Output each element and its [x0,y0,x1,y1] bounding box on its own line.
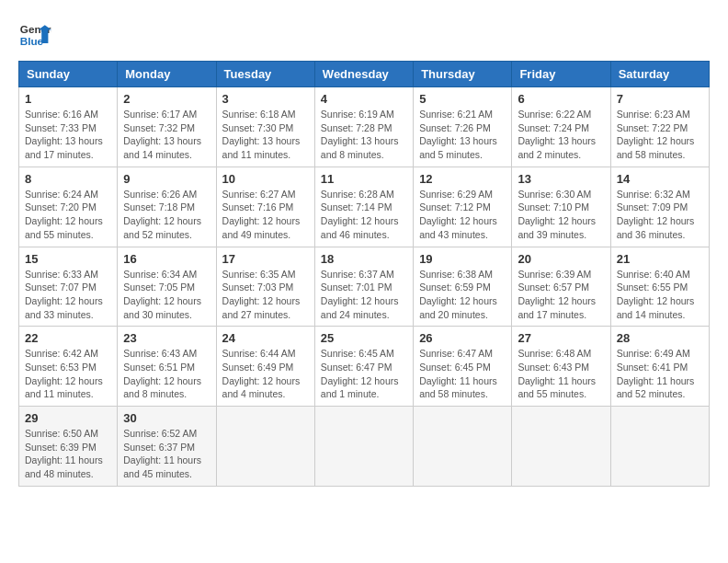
header: General Blue [18,18,710,52]
day-number: 26 [419,331,506,345]
day-info: Sunrise: 6:30 AMSunset: 7:10 PMDaylight:… [518,188,604,242]
day-info: Sunrise: 6:45 AMSunset: 6:47 PMDaylight:… [321,347,407,401]
day-info: Sunrise: 6:23 AMSunset: 7:22 PMDaylight:… [617,108,703,162]
day-info: Sunrise: 6:44 AMSunset: 6:49 PMDaylight:… [222,347,309,401]
day-info: Sunrise: 6:32 AMSunset: 7:09 PMDaylight:… [617,188,703,242]
day-number: 30 [123,411,210,425]
calendar-cell: 10Sunrise: 6:27 AMSunset: 7:16 PMDayligh… [216,167,314,247]
day-number: 29 [25,411,111,425]
day-info: Sunrise: 6:42 AMSunset: 6:53 PMDaylight:… [25,347,111,401]
day-info: Sunrise: 6:43 AMSunset: 6:51 PMDaylight:… [123,347,210,401]
calendar-cell: 24Sunrise: 6:44 AMSunset: 6:49 PMDayligh… [216,327,314,407]
day-info: Sunrise: 6:40 AMSunset: 6:55 PMDaylight:… [617,268,703,322]
calendar-week-4: 22Sunrise: 6:42 AMSunset: 6:53 PMDayligh… [19,327,710,407]
calendar-cell: 30Sunrise: 6:52 AMSunset: 6:37 PMDayligh… [118,407,216,487]
calendar-cell: 7Sunrise: 6:23 AMSunset: 7:22 PMDaylight… [610,87,709,167]
day-info: Sunrise: 6:48 AMSunset: 6:43 PMDaylight:… [518,347,604,401]
day-info: Sunrise: 6:37 AMSunset: 7:01 PMDaylight:… [321,268,407,322]
day-info: Sunrise: 6:38 AMSunset: 6:59 PMDaylight:… [419,268,506,322]
calendar-cell [314,407,413,487]
calendar-cell: 23Sunrise: 6:43 AMSunset: 6:51 PMDayligh… [118,327,216,407]
day-info: Sunrise: 6:33 AMSunset: 7:07 PMDaylight:… [25,268,111,322]
day-number: 14 [617,172,703,186]
calendar-cell [610,407,709,487]
day-number: 19 [419,252,506,266]
day-number: 2 [123,92,210,106]
day-info: Sunrise: 6:39 AMSunset: 6:57 PMDaylight:… [518,268,604,322]
day-number: 24 [222,331,309,345]
day-number: 9 [123,172,210,186]
calendar-cell: 26Sunrise: 6:47 AMSunset: 6:45 PMDayligh… [414,327,512,407]
calendar-cell: 15Sunrise: 6:33 AMSunset: 7:07 PMDayligh… [19,247,118,327]
calendar-cell: 6Sunrise: 6:22 AMSunset: 7:24 PMDaylight… [512,87,610,167]
day-info: Sunrise: 6:34 AMSunset: 7:05 PMDaylight:… [123,268,210,322]
weekday-header-monday: Monday [118,62,216,87]
day-number: 11 [321,172,407,186]
day-info: Sunrise: 6:49 AMSunset: 6:41 PMDaylight:… [617,347,703,401]
weekday-header-saturday: Saturday [610,62,709,87]
calendar: SundayMondayTuesdayWednesdayThursdayFrid… [18,61,710,487]
calendar-week-1: 1Sunrise: 6:16 AMSunset: 7:33 PMDaylight… [19,87,710,167]
calendar-cell [216,407,314,487]
weekday-header-friday: Friday [512,62,610,87]
day-number: 8 [25,172,111,186]
day-number: 28 [617,331,703,345]
calendar-cell: 11Sunrise: 6:28 AMSunset: 7:14 PMDayligh… [314,167,413,247]
day-number: 25 [321,331,407,345]
calendar-cell: 5Sunrise: 6:21 AMSunset: 7:26 PMDaylight… [414,87,512,167]
calendar-cell: 12Sunrise: 6:29 AMSunset: 7:12 PMDayligh… [414,167,512,247]
day-number: 13 [518,172,604,186]
calendar-cell: 20Sunrise: 6:39 AMSunset: 6:57 PMDayligh… [512,247,610,327]
day-info: Sunrise: 6:24 AMSunset: 7:20 PMDaylight:… [25,188,111,242]
calendar-cell: 4Sunrise: 6:19 AMSunset: 7:28 PMDaylight… [314,87,413,167]
day-info: Sunrise: 6:22 AMSunset: 7:24 PMDaylight:… [518,108,604,162]
calendar-week-2: 8Sunrise: 6:24 AMSunset: 7:20 PMDaylight… [19,167,710,247]
calendar-cell: 2Sunrise: 6:17 AMSunset: 7:32 PMDaylight… [118,87,216,167]
weekday-header-sunday: Sunday [19,62,118,87]
day-info: Sunrise: 6:28 AMSunset: 7:14 PMDaylight:… [321,188,407,242]
day-number: 12 [419,172,506,186]
day-number: 16 [123,252,210,266]
calendar-cell: 13Sunrise: 6:30 AMSunset: 7:10 PMDayligh… [512,167,610,247]
day-number: 10 [222,172,309,186]
calendar-cell [512,407,610,487]
day-info: Sunrise: 6:35 AMSunset: 7:03 PMDaylight:… [222,268,309,322]
calendar-cell: 22Sunrise: 6:42 AMSunset: 6:53 PMDayligh… [19,327,118,407]
calendar-cell: 17Sunrise: 6:35 AMSunset: 7:03 PMDayligh… [216,247,314,327]
day-number: 18 [321,252,407,266]
calendar-cell: 9Sunrise: 6:26 AMSunset: 7:18 PMDaylight… [118,167,216,247]
day-number: 21 [617,252,703,266]
day-number: 6 [518,92,604,106]
day-number: 4 [321,92,407,106]
calendar-cell: 1Sunrise: 6:16 AMSunset: 7:33 PMDaylight… [19,87,118,167]
calendar-week-5: 29Sunrise: 6:50 AMSunset: 6:39 PMDayligh… [19,407,710,487]
day-number: 1 [25,92,111,106]
day-info: Sunrise: 6:50 AMSunset: 6:39 PMDaylight:… [25,427,111,481]
calendar-cell [414,407,512,487]
weekday-header-tuesday: Tuesday [216,62,314,87]
calendar-week-3: 15Sunrise: 6:33 AMSunset: 7:07 PMDayligh… [19,247,710,327]
day-info: Sunrise: 6:17 AMSunset: 7:32 PMDaylight:… [123,108,210,162]
day-number: 23 [123,331,210,345]
day-number: 7 [617,92,703,106]
day-info: Sunrise: 6:47 AMSunset: 6:45 PMDaylight:… [419,347,506,401]
calendar-cell: 8Sunrise: 6:24 AMSunset: 7:20 PMDaylight… [19,167,118,247]
day-info: Sunrise: 6:16 AMSunset: 7:33 PMDaylight:… [25,108,111,162]
day-number: 5 [419,92,506,106]
day-info: Sunrise: 6:21 AMSunset: 7:26 PMDaylight:… [419,108,506,162]
weekday-header-thursday: Thursday [414,62,512,87]
day-number: 20 [518,252,604,266]
day-info: Sunrise: 6:26 AMSunset: 7:18 PMDaylight:… [123,188,210,242]
calendar-cell: 21Sunrise: 6:40 AMSunset: 6:55 PMDayligh… [610,247,709,327]
day-info: Sunrise: 6:19 AMSunset: 7:28 PMDaylight:… [321,108,407,162]
day-number: 3 [222,92,309,106]
calendar-cell: 28Sunrise: 6:49 AMSunset: 6:41 PMDayligh… [610,327,709,407]
day-number: 22 [25,331,111,345]
svg-text:Blue: Blue [20,35,44,47]
calendar-cell: 18Sunrise: 6:37 AMSunset: 7:01 PMDayligh… [314,247,413,327]
calendar-cell: 29Sunrise: 6:50 AMSunset: 6:39 PMDayligh… [19,407,118,487]
weekday-header-wednesday: Wednesday [314,62,413,87]
day-number: 27 [518,331,604,345]
day-info: Sunrise: 6:18 AMSunset: 7:30 PMDaylight:… [222,108,309,162]
calendar-cell: 25Sunrise: 6:45 AMSunset: 6:47 PMDayligh… [314,327,413,407]
